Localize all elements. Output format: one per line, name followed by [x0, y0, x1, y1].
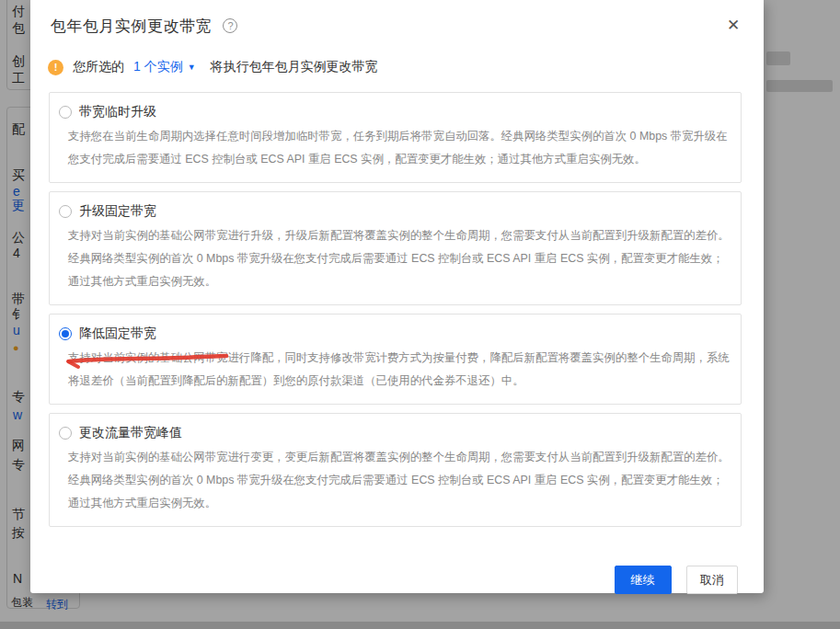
option-description: 支持对当前实例的基础公网带宽进行升级，升级后新配置将覆盖实例的整个生命周期，您需… [68, 224, 735, 293]
radio-button[interactable] [59, 205, 72, 218]
option-lower-fixed-bandwidth[interactable]: 降低固定带宽 支持对当前实例的基础公网带宽进行降配，同时支持修改带宽计费方式为按… [49, 314, 742, 405]
radio-button[interactable] [59, 427, 72, 440]
option-head: 更改流量带宽峰值 [59, 423, 735, 443]
option-description: 支持对当前实例的基础公网带宽进行降配，同时支持修改带宽计费方式为按量付费，降配后… [68, 347, 735, 393]
selected-instances-link[interactable]: 1 个实例 [133, 59, 183, 75]
option-temporary-bandwidth-upgrade[interactable]: 带宽临时升级 支持您在当前生命周期内选择任意时间段增加临时带宽，任务到期后将带宽… [49, 92, 742, 183]
chevron-down-icon[interactable]: ▼ [188, 63, 196, 72]
cancel-button[interactable]: 取消 [686, 566, 738, 594]
dialog-footer: 继续 取消 [30, 535, 764, 594]
warning-icon: ! [48, 60, 63, 75]
option-head: 升级固定带宽 [59, 201, 735, 222]
option-label: 升级固定带宽 [79, 203, 156, 220]
option-description: 支持您在当前生命周期内选择任意时间段增加临时带宽，任务到期后将带宽自动回落。经典… [68, 125, 735, 171]
radio-button[interactable] [59, 106, 72, 119]
option-upgrade-fixed-bandwidth[interactable]: 升级固定带宽 支持对当前实例的基础公网带宽进行升级，升级后新配置将覆盖实例的整个… [49, 191, 742, 305]
option-label: 更改流量带宽峰值 [79, 425, 182, 441]
help-icon[interactable]: ? [223, 18, 237, 33]
notice-suffix: 将执行包年包月实例更改带宽 [211, 59, 378, 75]
dialog-header: 包年包月实例更改带宽 ? ✕ [30, 0, 764, 39]
option-label: 带宽临时升级 [79, 104, 156, 120]
close-icon[interactable]: ✕ [724, 17, 742, 35]
selection-notice: ! 您所选的 1 个实例 ▼ 将执行包年包月实例更改带宽 [48, 57, 764, 77]
dialog-title: 包年包月实例更改带宽 [51, 15, 212, 39]
radio-button[interactable] [59, 327, 72, 340]
option-head: 降低固定带宽 [59, 324, 735, 344]
option-list: 带宽临时升级 支持您在当前生命周期内选择任意时间段增加临时带宽，任务到期后将带宽… [49, 92, 742, 527]
option-description: 支持对当前实例的基础公网带宽进行变更，变更后新配置将覆盖实例的整个生命周期，您需… [68, 446, 735, 515]
option-change-traffic-peak[interactable]: 更改流量带宽峰值 支持对当前实例的基础公网带宽进行变更，变更后新配置将覆盖实例的… [49, 413, 742, 527]
option-label: 降低固定带宽 [79, 326, 156, 342]
change-bandwidth-dialog: 包年包月实例更改带宽 ? ✕ ! 您所选的 1 个实例 ▼ 将执行包年包月实例更… [30, 0, 764, 593]
continue-button[interactable]: 继续 [615, 566, 672, 594]
option-head: 带宽临时升级 [59, 102, 735, 122]
notice-prefix: 您所选的 [73, 59, 124, 75]
